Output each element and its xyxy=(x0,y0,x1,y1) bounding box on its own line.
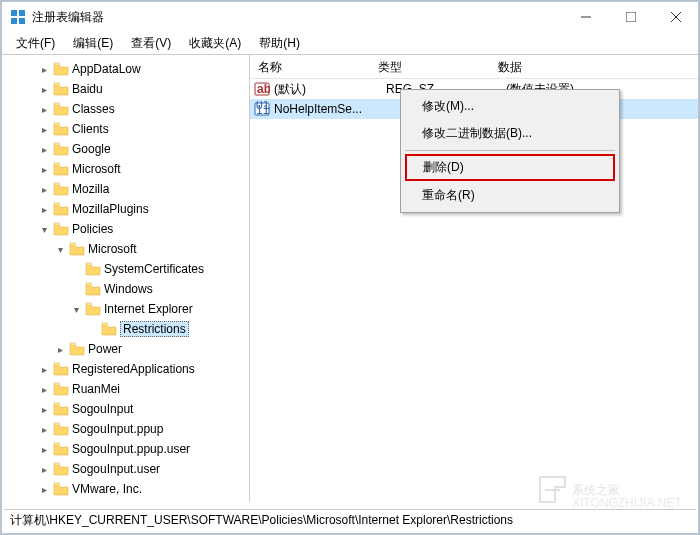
tree-node[interactable]: ▸Clients xyxy=(2,119,249,139)
expand-icon[interactable]: ▸ xyxy=(54,344,66,355)
tree-node[interactable]: ▸Google xyxy=(2,139,249,159)
close-icon xyxy=(671,12,681,22)
expand-icon[interactable]: ▸ xyxy=(38,104,50,115)
tree-label: Internet Explorer xyxy=(104,302,193,316)
ctx-rename[interactable]: 重命名(R) xyxy=(404,182,616,209)
tree-label: SogouInput.ppup.user xyxy=(72,442,190,456)
expand-icon[interactable]: ▸ xyxy=(38,184,50,195)
tree-label: SystemCertificates xyxy=(104,262,204,276)
tree-label: Microsoft xyxy=(72,162,121,176)
tree-label: Baidu xyxy=(72,82,103,96)
tree-node[interactable]: ▸Baidu xyxy=(2,79,249,99)
content-area: ▸AppDataLow▸Baidu▸Classes▸Clients▸Google… xyxy=(2,54,698,502)
tree-node[interactable]: ▾Policies xyxy=(2,219,249,239)
tree-label: AppDataLow xyxy=(72,62,141,76)
tree-panel[interactable]: ▸AppDataLow▸Baidu▸Classes▸Clients▸Google… xyxy=(2,55,250,502)
expand-icon[interactable]: ▾ xyxy=(70,304,82,315)
expand-icon[interactable]: ▾ xyxy=(38,224,50,235)
tree-label: RuanMei xyxy=(72,382,120,396)
menu-file[interactable]: 文件(F) xyxy=(8,33,63,54)
svg-rect-2 xyxy=(11,18,17,24)
tree-node[interactable]: ▸RegisteredApplications xyxy=(2,359,249,379)
svg-rect-5 xyxy=(626,12,636,22)
tree-node[interactable]: ▸SogouInput xyxy=(2,399,249,419)
tree-label: Power xyxy=(88,342,122,356)
tree-label: SogouInput xyxy=(72,402,133,416)
tree-node[interactable]: ▸SogouInput.ppup.user xyxy=(2,439,249,459)
ctx-delete[interactable]: 删除(D) xyxy=(405,154,615,181)
tree-label: SogouInput.ppup xyxy=(72,422,163,436)
ctx-modify[interactable]: 修改(M)... xyxy=(404,93,616,120)
menu-edit[interactable]: 编辑(E) xyxy=(65,33,121,54)
tree-label: Google xyxy=(72,142,111,156)
minimize-button[interactable] xyxy=(563,2,608,32)
column-type[interactable]: 类型 xyxy=(370,55,490,78)
expand-icon[interactable]: ▸ xyxy=(38,404,50,415)
svg-rect-0 xyxy=(11,10,17,16)
details-panel: 名称 类型 数据 ab(默认)REG_SZ(数值未设置)011110NoHelp… xyxy=(250,55,698,502)
tree-node[interactable]: SystemCertificates xyxy=(2,259,249,279)
column-name[interactable]: 名称 xyxy=(250,55,370,78)
tree-node[interactable]: ▸SogouInput.ppup xyxy=(2,419,249,439)
menubar: 文件(F) 编辑(E) 查看(V) 收藏夹(A) 帮助(H) xyxy=(2,32,698,54)
tree-node[interactable]: ▸AppDataLow xyxy=(2,59,249,79)
expand-icon[interactable]: ▸ xyxy=(38,144,50,155)
svg-rect-1 xyxy=(19,10,25,16)
menu-favorites[interactable]: 收藏夹(A) xyxy=(181,33,249,54)
expand-icon[interactable]: ▸ xyxy=(38,424,50,435)
tree-node[interactable]: Restrictions xyxy=(2,319,249,339)
svg-text:ab: ab xyxy=(257,82,270,96)
tree-label: Microsoft xyxy=(88,242,137,256)
svg-rect-3 xyxy=(19,18,25,24)
tree-label: RegisteredApplications xyxy=(72,362,195,376)
expand-icon[interactable]: ▸ xyxy=(38,204,50,215)
titlebar: 注册表编辑器 xyxy=(2,2,698,32)
tree-label: Clients xyxy=(72,122,109,136)
expand-icon[interactable]: ▸ xyxy=(38,484,50,495)
tree-node[interactable]: ▸Microsoft xyxy=(2,159,249,179)
expand-icon[interactable]: ▸ xyxy=(38,464,50,475)
app-icon xyxy=(10,9,26,25)
maximize-icon xyxy=(626,12,636,22)
tree-label: Policies xyxy=(72,222,113,236)
tree-node[interactable]: ▸SogouInput.user xyxy=(2,459,249,479)
svg-text:110: 110 xyxy=(256,103,270,117)
window-controls xyxy=(563,2,698,32)
menu-view[interactable]: 查看(V) xyxy=(123,33,179,54)
tree-label: Mozilla xyxy=(72,182,109,196)
tree-node[interactable]: Windows xyxy=(2,279,249,299)
value-name: NoHelpItemSe... xyxy=(274,102,386,116)
expand-icon[interactable]: ▸ xyxy=(38,384,50,395)
tree-label: MozillaPlugins xyxy=(72,202,149,216)
expand-icon[interactable]: ▸ xyxy=(38,444,50,455)
tree-label: SogouInput.user xyxy=(72,462,160,476)
tree-node[interactable]: ▸Mozilla xyxy=(2,179,249,199)
tree-label: Windows xyxy=(104,282,153,296)
expand-icon[interactable]: ▸ xyxy=(38,164,50,175)
menu-help[interactable]: 帮助(H) xyxy=(251,33,308,54)
tree-node[interactable]: ▸RuanMei xyxy=(2,379,249,399)
expand-icon[interactable]: ▸ xyxy=(38,124,50,135)
expand-icon[interactable]: ▸ xyxy=(38,364,50,375)
tree-node[interactable]: ▸MozillaPlugins xyxy=(2,199,249,219)
value-name: (默认) xyxy=(274,81,386,98)
tree-node[interactable]: ▾Microsoft xyxy=(2,239,249,259)
expand-icon[interactable]: ▸ xyxy=(38,84,50,95)
status-path: 计算机\HKEY_CURRENT_USER\SOFTWARE\Policies\… xyxy=(10,512,513,529)
tree-node[interactable]: ▸Power xyxy=(2,339,249,359)
expand-icon[interactable]: ▾ xyxy=(54,244,66,255)
column-headers: 名称 类型 数据 xyxy=(250,55,698,79)
tree-label: VMware, Inc. xyxy=(72,482,142,496)
maximize-button[interactable] xyxy=(608,2,653,32)
context-menu-separator xyxy=(405,150,615,151)
column-data[interactable]: 数据 xyxy=(490,55,698,78)
tree-label: Classes xyxy=(72,102,115,116)
expand-icon[interactable]: ▸ xyxy=(38,64,50,75)
tree-node[interactable]: ▸Classes xyxy=(2,99,249,119)
statusbar: 计算机\HKEY_CURRENT_USER\SOFTWARE\Policies\… xyxy=(4,509,696,531)
tree-node[interactable]: ▾Internet Explorer xyxy=(2,299,249,319)
tree-node[interactable]: ▸VMware, Inc. xyxy=(2,479,249,499)
close-button[interactable] xyxy=(653,2,698,32)
tree-label: Restrictions xyxy=(120,321,189,337)
ctx-modify-binary[interactable]: 修改二进制数据(B)... xyxy=(404,120,616,147)
